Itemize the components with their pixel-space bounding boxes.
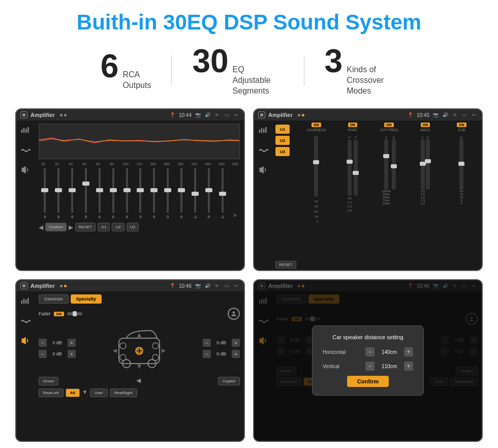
reset-btn-eq[interactable]: RESET bbox=[75, 223, 96, 231]
custom-btn[interactable]: Custom bbox=[45, 223, 67, 231]
back-icon-eq[interactable]: ↩ bbox=[233, 111, 240, 118]
on-badge-phat[interactable]: ON bbox=[348, 123, 358, 127]
time-dsp: 10:45 bbox=[417, 112, 429, 118]
on-badge-sub[interactable]: ON bbox=[457, 123, 466, 127]
driver-btn[interactable]: Driver bbox=[39, 377, 58, 385]
speaker-icon[interactable] bbox=[19, 163, 32, 176]
eq-slider-1[interactable]: 0 bbox=[39, 168, 51, 219]
u2-btn-eq[interactable]: U2 bbox=[112, 223, 124, 231]
fader-bottom-row: Driver ◀ Copilot bbox=[39, 377, 240, 385]
on-badge-loudness[interactable]: ON bbox=[312, 123, 321, 127]
close-icon-eq: ✕ bbox=[213, 111, 221, 118]
eq-slider-5[interactable]: 0 bbox=[93, 168, 106, 219]
page-container: Buith-in 30EQ DSP Sound System 6 RCAOutp… bbox=[0, 0, 498, 448]
copilot-btn[interactable]: Copilot bbox=[218, 377, 240, 385]
eq-slider-9[interactable]: 0 bbox=[148, 168, 161, 219]
eq-slider-8[interactable]: 0 bbox=[134, 168, 147, 219]
reset-btn-dsp[interactable]: RESET bbox=[275, 261, 296, 268]
eq-slider-13[interactable]: 0 bbox=[202, 168, 215, 219]
eq-icon[interactable] bbox=[19, 125, 32, 138]
side-icons-dsp bbox=[254, 121, 272, 270]
screen-eq: Amplifier 📍 10:44 📷 🔊 ✕ ▭ ↩ bbox=[15, 108, 245, 271]
svg-marker-15 bbox=[22, 337, 26, 345]
profile-icon[interactable] bbox=[228, 308, 240, 320]
eq-icon-fader[interactable] bbox=[19, 295, 32, 309]
vol-val-1: 0 dB bbox=[48, 340, 66, 345]
eq-freq-250: 250 bbox=[176, 162, 185, 166]
vol-plus-4[interactable]: + bbox=[232, 350, 240, 358]
vol-minus-3[interactable]: − bbox=[203, 339, 211, 347]
on-badge-bass[interactable]: ON bbox=[421, 123, 430, 127]
u2-btn-dsp[interactable]: U2 bbox=[275, 136, 290, 145]
on-badge-cutfreq[interactable]: ON bbox=[384, 123, 394, 127]
vol-minus-4[interactable]: − bbox=[203, 350, 211, 358]
eq-icon-dsp[interactable] bbox=[257, 125, 270, 138]
eq-slider-6[interactable]: 0 bbox=[107, 168, 119, 219]
vol-minus-2[interactable]: − bbox=[39, 350, 47, 358]
dialog-title: Car speaker distance setting bbox=[323, 334, 413, 340]
all-btn[interactable]: All bbox=[66, 389, 80, 397]
volume-icon-eq: 🔊 bbox=[204, 111, 211, 118]
eq-slider-3[interactable]: 0 bbox=[66, 168, 79, 219]
svg-rect-2 bbox=[25, 129, 27, 133]
eq-slider-12[interactable]: -1 bbox=[189, 168, 201, 219]
vertical-plus[interactable]: + bbox=[404, 362, 413, 371]
svg-rect-6 bbox=[259, 130, 261, 133]
wave-icon[interactable] bbox=[19, 144, 32, 157]
rearleft-btn[interactable]: RearLeft bbox=[39, 389, 64, 397]
next-arrow[interactable]: ▶ bbox=[69, 224, 73, 231]
specialty-tab[interactable]: Specialty bbox=[71, 294, 102, 304]
rearright-btn[interactable]: RearRight bbox=[110, 389, 137, 397]
home-icon-eq[interactable] bbox=[20, 111, 27, 118]
fader-on-badge[interactable]: ON bbox=[54, 312, 65, 316]
eq-slider-10[interactable]: 0 bbox=[162, 168, 174, 219]
prev-arrow[interactable]: ◀ bbox=[39, 224, 43, 231]
horizontal-minus[interactable]: − bbox=[365, 347, 375, 356]
eq-slider-7[interactable]: 0 bbox=[120, 168, 133, 219]
fader-left-vols: − 0 dB + − 0 dB + bbox=[39, 339, 76, 358]
eq-arrows[interactable]: » bbox=[230, 212, 240, 219]
stat-number-crossover: 3 bbox=[325, 45, 343, 77]
home-icon-fader[interactable] bbox=[20, 282, 27, 289]
u3-btn-dsp[interactable]: U3 bbox=[275, 147, 290, 156]
eq-freq-80: 80 bbox=[107, 162, 116, 166]
app-name-eq: Amplifier bbox=[30, 112, 55, 118]
eq-slider-2[interactable]: 0 bbox=[52, 168, 65, 219]
u1-btn-dsp[interactable]: U1 bbox=[275, 125, 290, 134]
dsp-channels-row: ON LOUDNESS 64 48 32 bbox=[299, 123, 479, 268]
u3-btn-eq[interactable]: U3 bbox=[127, 223, 139, 231]
user-btn[interactable]: User bbox=[90, 389, 108, 397]
confirm-button[interactable]: Confirm bbox=[347, 376, 389, 387]
vertical-row: Vertical − 110cm + bbox=[323, 362, 413, 371]
eq-slider-4[interactable]: 5 bbox=[80, 168, 92, 219]
horizontal-value: 140cm bbox=[377, 349, 402, 355]
stats-row: 6 RCAOutputs 30 EQ AdjustableSegments 3 … bbox=[15, 45, 483, 96]
vol-plus-2[interactable]: + bbox=[68, 350, 76, 358]
svg-marker-30 bbox=[162, 349, 166, 353]
wave-icon-fader[interactable] bbox=[19, 315, 32, 328]
horizontal-plus[interactable]: + bbox=[404, 347, 413, 356]
home-icon-dsp[interactable] bbox=[258, 111, 265, 118]
eq-main-content: 25 32 40 50 63 80 100 125 160 200 250 32… bbox=[35, 121, 244, 270]
vol-minus-1[interactable]: − bbox=[39, 339, 47, 347]
wave-icon-dsp[interactable] bbox=[257, 144, 270, 157]
u1-btn-eq[interactable]: U1 bbox=[98, 223, 110, 231]
speaker-icon-dsp[interactable] bbox=[257, 163, 270, 176]
svg-marker-10 bbox=[260, 166, 264, 174]
common-tab[interactable]: Common bbox=[39, 294, 69, 304]
speaker-icon-fader[interactable] bbox=[19, 334, 32, 347]
vertical-minus[interactable]: − bbox=[365, 362, 375, 371]
down-arrow-btn[interactable]: ▼ bbox=[82, 389, 88, 397]
vol-plus-3[interactable]: + bbox=[232, 339, 240, 347]
svg-point-22 bbox=[120, 354, 126, 361]
left-arrow-btn[interactable]: ◀ bbox=[136, 377, 141, 385]
vol-plus-1[interactable]: + bbox=[68, 339, 76, 347]
close-icon-fader: ✕ bbox=[213, 282, 221, 289]
fader-slider[interactable] bbox=[67, 312, 82, 315]
back-icon-fader[interactable]: ↩ bbox=[233, 282, 240, 289]
dot2 bbox=[64, 114, 67, 116]
back-icon-dsp[interactable]: ↩ bbox=[471, 111, 478, 118]
eq-slider-14[interactable]: -1 bbox=[216, 168, 229, 219]
eq-slider-11[interactable]: 0 bbox=[175, 168, 188, 219]
spacer bbox=[60, 377, 134, 385]
